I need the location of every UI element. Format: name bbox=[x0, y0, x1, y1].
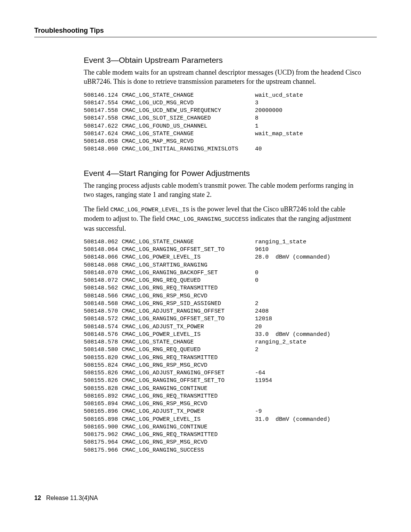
log-row: 508148.580CMAC_LOG_RNG_REQ_QUEUED2 bbox=[84, 346, 362, 354]
log-row: 508175.962CMAC_LOG_RNG_REQ_TRANSMITTED bbox=[84, 431, 362, 439]
log-row: 508147.558CMAC_LOG_SLOT_SIZE_CHANGED8 bbox=[84, 115, 362, 122]
log-row: 508148.064CMAC_LOG_RANGING_OFFSET_SET_TO… bbox=[84, 246, 362, 254]
log-row: 508165.892CMAC_LOG_RNG_REQ_TRANSMITTED bbox=[84, 393, 362, 400]
log-row: 508148.058CMAC_LOG_MAP_MSG_RCVD bbox=[84, 138, 362, 145]
log-row: 508175.966CMAC_LOG_RANGING_SUCCESS bbox=[84, 447, 362, 454]
log-row: 508148.574CMAC_LOG_ADJUST_TX_POWER20 bbox=[84, 323, 362, 331]
section-heading-event3: Event 3—Obtain Upstream Parameters bbox=[84, 56, 362, 65]
log-row: 508165.900CMAC_LOG_RANGING_CONTINUE bbox=[84, 423, 362, 431]
release-label: Release 11.3(4)NA bbox=[46, 495, 98, 501]
log-row: 508155.820CMAC_LOG_RNG_REQ_TRANSMITTED bbox=[84, 354, 362, 362]
log-row: 508147.558CMAC_LOG_UCD_NEW_US_FREQUENCY2… bbox=[84, 107, 362, 115]
log-row: 508165.896CMAC_LOG_ADJUST_TX_POWER-9 bbox=[84, 408, 362, 415]
inline-code-power-level: CMAC_LOG_POWER_LEVEL_IS bbox=[110, 207, 189, 213]
log-row: 508148.068CMAC_LOG_STARTING_RANGING bbox=[84, 262, 362, 269]
log-row: 508155.824CMAC_LOG_RNG_RSP_MSG_RCVD bbox=[84, 362, 362, 369]
log-row: 508148.070CMAC_LOG_RANGING_BACKOFF_SET0 bbox=[84, 269, 362, 277]
log-row: 508148.072CMAC_LOG_RNG_REQ_QUEUED0 bbox=[84, 277, 362, 284]
log-row: 508148.060CMAC_LOG_INITIAL_RANGING_MINIS… bbox=[84, 145, 362, 153]
log-row: 508175.964CMAC_LOG_RNG_RSP_MSG_RCVD bbox=[84, 439, 362, 446]
section2-paragraph2: The field CMAC_LOG_POWER_LEVEL_IS is the… bbox=[84, 204, 362, 233]
log-row: 508148.562CMAC_LOG_RNG_REQ_TRANSMITTED bbox=[84, 284, 362, 292]
page-number: 12 bbox=[34, 495, 41, 501]
log-row: 508148.566CMAC_LOG_RNG_RSP_MSG_RCVD bbox=[84, 292, 362, 300]
event3-log: 508146.124CMAC_LOG_STATE_CHANGEwait_ucd_… bbox=[84, 92, 362, 153]
section-heading-event4: Event 4—Start Ranging for Power Adjustme… bbox=[84, 169, 362, 178]
log-row: 508148.572CMAC_LOG_RANGING_OFFSET_SET_TO… bbox=[84, 315, 362, 323]
log-row: 508155.828CMAC_LOG_RANGING_CONTINUE bbox=[84, 385, 362, 393]
log-row: 508148.578CMAC_LOG_STATE_CHANGEranging_2… bbox=[84, 339, 362, 346]
log-row: 508165.898CMAC_LOG_POWER_LEVEL_IS31.0 dB… bbox=[84, 416, 362, 423]
inline-code-ranging-success: CMAC_LOG_RANGING_SUCCESS bbox=[166, 216, 249, 223]
section1-paragraph: The cable modem waits for an upstream ch… bbox=[84, 68, 362, 86]
log-row: 508165.894CMAC_LOG_RNG_RSP_MSG_RCVD bbox=[84, 400, 362, 408]
log-row: 508148.066CMAC_LOG_POWER_LEVEL_IS28.0 dB… bbox=[84, 254, 362, 261]
page-content: Event 3—Obtain Upstream Parameters The c… bbox=[84, 56, 362, 454]
log-row: 508155.826CMAC_LOG_ADJUST_RANGING_OFFSET… bbox=[84, 369, 362, 377]
log-row: 508147.622CMAC_LOG_FOUND_US_CHANNEL1 bbox=[84, 123, 362, 130]
page-header: Troubleshooting Tips bbox=[34, 27, 377, 37]
header-title: Troubleshooting Tips bbox=[34, 27, 104, 34]
log-row: 508148.062CMAC_LOG_STATE_CHANGEranging_1… bbox=[84, 238, 362, 246]
log-row: 508148.570CMAC_LOG_ADJUST_RANGING_OFFSET… bbox=[84, 308, 362, 315]
log-row: 508148.576CMAC_LOG_POWER_LEVEL_IS33.0 dB… bbox=[84, 331, 362, 339]
text-fragment: The field bbox=[84, 205, 110, 213]
section2-paragraph1: The ranging process adjusts cable modem'… bbox=[84, 181, 362, 200]
event4-log: 508148.062CMAC_LOG_STATE_CHANGEranging_1… bbox=[84, 238, 362, 454]
page-footer: 12 Release 11.3(4)NA bbox=[34, 495, 98, 502]
log-row: 508147.554CMAC_LOG_UCD_MSG_RCVD3 bbox=[84, 99, 362, 107]
log-row: 508155.826CMAC_LOG_RANGING_OFFSET_SET_TO… bbox=[84, 377, 362, 385]
log-row: 508148.568CMAC_LOG_RNG_RSP_SID_ASSIGNED2 bbox=[84, 300, 362, 308]
log-row: 508146.124CMAC_LOG_STATE_CHANGEwait_ucd_… bbox=[84, 92, 362, 99]
log-row: 508147.624CMAC_LOG_STATE_CHANGEwait_map_… bbox=[84, 130, 362, 138]
